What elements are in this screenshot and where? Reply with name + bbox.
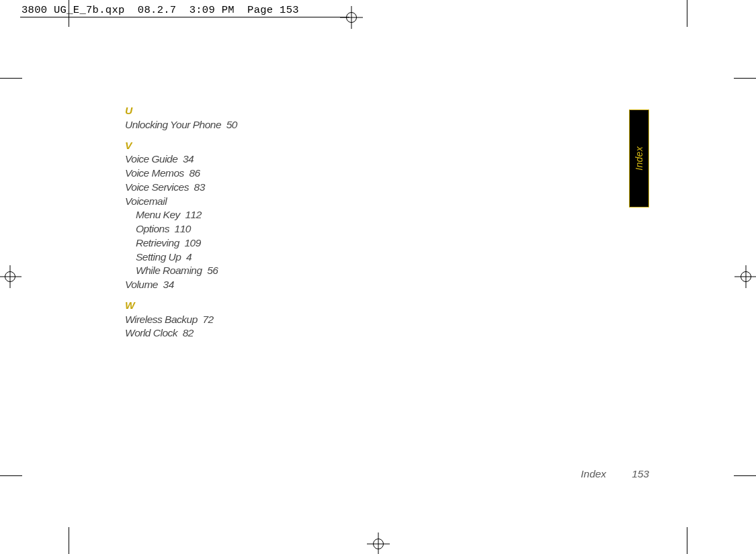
index-section-letter: W (125, 299, 649, 313)
page-footer: Index153 (581, 468, 649, 480)
side-tab-label: Index (634, 146, 644, 171)
index-entry: Volume 34 (125, 278, 649, 292)
index-entry: World Clock 82 (125, 326, 649, 340)
index-entry: Voice Services 83 (125, 181, 649, 195)
slug-rule (20, 17, 349, 17)
index-subentry: Setting Up 4 (125, 250, 649, 265)
registration-target-icon (736, 267, 756, 287)
index-subentry: Options 110 (125, 222, 649, 236)
index-entry: Wireless Backup 72 (125, 313, 649, 327)
page-content: U Unlocking Your Phone 50 V Voice Guide … (125, 104, 649, 480)
slug-line: 3800 UG_E_7b.qxp 08.2.7 3:09 PM Page 153 (22, 4, 299, 16)
footer-page-number: 153 (632, 468, 649, 479)
registration-target-icon (0, 267, 20, 287)
index-subentry: Retrieving 109 (125, 236, 649, 250)
footer-section-label: Index (581, 468, 606, 479)
index-section-letter: V (125, 139, 649, 153)
index-entry: Unlocking Your Phone 50 (125, 118, 649, 132)
index-section-letter: U (125, 104, 649, 118)
registration-target-icon (341, 7, 362, 28)
index-subentry: Menu Key 112 (125, 208, 649, 222)
side-tab-index: Index (629, 109, 649, 207)
index-entry: Voicemail (125, 195, 649, 209)
index-subentry: While Roaming 56 (125, 264, 649, 278)
index-column: U Unlocking Your Phone 50 V Voice Guide … (125, 104, 649, 340)
index-entry: Voice Memos 86 (125, 167, 649, 181)
registration-target-icon (368, 534, 388, 554)
index-entry: Voice Guide 34 (125, 152, 649, 167)
